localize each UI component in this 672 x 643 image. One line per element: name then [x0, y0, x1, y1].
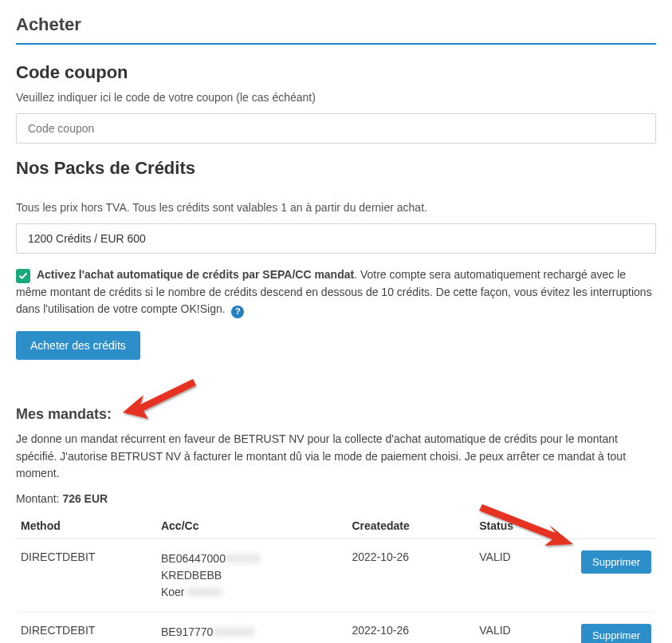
amount-value: 726 EUR: [62, 492, 108, 505]
cell-method: DIRECTDEBIT: [16, 539, 156, 613]
auto-purchase-bold: Activez l'achat automatique de crédits p…: [37, 268, 354, 281]
acc-part: BE917770: [161, 625, 213, 638]
mandates-heading: Mes mandats:: [16, 406, 656, 423]
packs-note: Tous les prix hors TVA. Tous les crédits…: [16, 201, 656, 214]
mandates-description: Je donne un mandat récurrent en faveur d…: [16, 431, 656, 483]
acc-part: BE06447000: [161, 552, 226, 565]
redacted-text: 00000: [187, 584, 222, 601]
cell-status: VALID: [474, 539, 576, 613]
credits-select[interactable]: 1200 Crédits / EUR 600: [16, 223, 656, 254]
col-createdate: Createdate: [347, 513, 474, 539]
cell-createdate: 2022-10-26: [347, 539, 474, 613]
delete-mandate-button[interactable]: Supprimer: [581, 624, 651, 643]
acc-part: Koer: [161, 586, 185, 598]
amount-label: Montant:: [16, 492, 62, 505]
auto-purchase-checkbox-icon[interactable]: [16, 269, 30, 283]
coupon-description: Veuillez indiquer ici le code de votre c…: [16, 91, 656, 104]
title-divider: [16, 43, 656, 45]
mandates-section: Mes mandats: Je donne un mandat récurren…: [16, 406, 656, 643]
col-status: Status: [474, 513, 576, 539]
table-row: DIRECTDEBIT BE917770000000 GKCCBEBB Achi…: [16, 613, 656, 643]
delete-mandate-button[interactable]: Supprimer: [581, 550, 651, 574]
acc-part: KREDBEBB: [161, 567, 342, 584]
coupon-section: Code coupon Veuillez indiquer ici le cod…: [16, 62, 656, 144]
redacted-text: 00000: [226, 550, 261, 567]
packs-heading: Nos Packs de Crédits: [16, 158, 656, 179]
col-acc: Acc/Cc: [156, 513, 347, 539]
buy-credits-button[interactable]: Acheter des crédits: [16, 331, 140, 360]
packs-section: Nos Packs de Crédits Tous les prix hors …: [16, 158, 656, 360]
cell-method: DIRECTDEBIT: [16, 613, 156, 643]
col-method: Method: [16, 513, 156, 539]
mandates-amount: Montant: 726 EUR: [16, 492, 656, 505]
mandates-table: Method Acc/Cc Createdate Status DIRECTDE…: [16, 513, 656, 643]
cell-status: VALID: [474, 613, 576, 643]
cell-acc: BE917770000000 GKCCBEBB Achiel 00000: [156, 613, 347, 643]
cell-acc: BE0644700000000 KREDBEBB Koer 00000: [156, 539, 347, 613]
coupon-input[interactable]: [16, 113, 656, 144]
coupon-heading: Code coupon: [16, 62, 656, 83]
auto-purchase-row: Activez l'achat automatique de crédits p…: [16, 266, 656, 318]
redacted-text: 000000: [213, 624, 255, 641]
table-row: DIRECTDEBIT BE0644700000000 KREDBEBB Koe…: [16, 539, 656, 613]
cell-createdate: 2022-10-26: [347, 613, 474, 643]
page-title: Acheter: [16, 14, 656, 35]
help-icon[interactable]: ?: [231, 306, 244, 318]
